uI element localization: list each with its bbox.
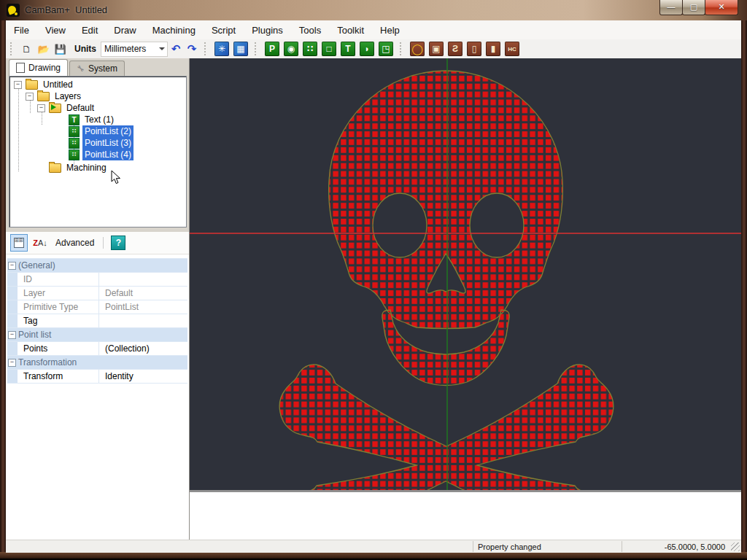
new-file-icon[interactable]: 🗋 — [20, 42, 34, 55]
tree-expander-icon[interactable]: − — [37, 104, 45, 112]
engrave-icon[interactable]: Ƨ — [448, 42, 462, 56]
tree-item-untitled[interactable]: − Untitled — [14, 79, 75, 90]
text-entity-icon: T — [69, 114, 80, 125]
tree-item-pointlist-2[interactable]: ∷ PointList (2) — [69, 125, 133, 137]
drawing-canvas[interactable] — [190, 58, 741, 490]
indent-strip — [7, 342, 18, 355]
tab-drawing[interactable]: Drawing — [9, 59, 68, 76]
separator — [103, 237, 104, 249]
save-file-icon[interactable]: 💾 — [53, 42, 67, 55]
category-label: Point list — [18, 330, 51, 340]
menu-script[interactable]: Script — [204, 22, 244, 39]
menu-draw[interactable]: Draw — [106, 22, 144, 39]
folder-icon — [37, 92, 50, 101]
property-label: ID — [18, 273, 99, 286]
tree-item-pointlist-3[interactable]: ∷ PointList (3) — [69, 137, 133, 149]
collapse-icon[interactable]: − — [8, 359, 16, 367]
property-row-transform[interactable]: Transform Identity — [7, 370, 187, 384]
menu-help[interactable]: Help — [372, 22, 408, 39]
tree-item-machining[interactable]: Machining — [37, 162, 109, 174]
tree-item-label: Layers — [53, 90, 83, 102]
collapse-icon[interactable]: − — [8, 262, 16, 270]
menu-edit[interactable]: Edit — [74, 22, 106, 39]
tree-item-default-layer[interactable]: − Default — [37, 102, 96, 114]
property-label: Primitive Type — [18, 300, 99, 314]
property-category-general[interactable]: − (General) — [7, 259, 187, 273]
indent-strip — [7, 314, 18, 327]
toolbar-grip — [400, 42, 405, 55]
property-value: Default — [99, 287, 133, 300]
alphabetical-sort-icon[interactable]: ZA↓ — [32, 235, 48, 251]
titlebar[interactable]: CamBam+ Untitled — ▢ ✕ — [0, 0, 747, 21]
pointlist-icon[interactable]: ∷ — [303, 42, 317, 56]
snap-points-icon[interactable]: ✳ — [214, 42, 229, 56]
heightmap-icon[interactable]: HC — [505, 42, 519, 56]
property-value[interactable]: Identity — [99, 370, 133, 383]
drill-icon[interactable]: ◯ — [410, 42, 425, 56]
property-value: PointList — [99, 300, 139, 314]
menu-file[interactable]: File — [6, 22, 37, 39]
cambam-window: CamBam+ Untitled — ▢ ✕ File View Edit Dr… — [0, 0, 747, 560]
tab-drawing-label: Drawing — [28, 63, 61, 73]
toolbar-grip — [10, 42, 15, 55]
status-bar: Property changed -65.0000, 5.0000 — [6, 540, 741, 553]
menu-bar: File View Edit Draw Machining Script Plu… — [6, 20, 741, 40]
tree-item-label: Default — [64, 102, 96, 114]
property-value[interactable]: (Collection) — [99, 342, 150, 355]
profile-icon[interactable]: ▯ — [467, 42, 481, 56]
property-row-layer[interactable]: Layer Default — [7, 287, 187, 300]
drawing-tree: − Untitled − Layers − Default T Text (1)… — [9, 76, 187, 228]
toolbar-grip — [255, 42, 260, 55]
menu-machining[interactable]: Machining — [144, 22, 204, 39]
property-category-point-list[interactable]: − Point list — [7, 328, 187, 342]
property-value[interactable] — [99, 314, 105, 327]
close-button[interactable]: ✕ — [705, 0, 738, 15]
property-label: Transform — [18, 370, 99, 383]
circle-icon[interactable]: ◉ — [284, 42, 298, 56]
indent-strip — [7, 300, 18, 314]
collapse-icon[interactable]: − — [8, 331, 16, 339]
tree-item-layers[interactable]: − Layers — [26, 90, 83, 102]
tab-system-label: System — [88, 63, 117, 74]
minimize-icon: — — [667, 2, 676, 11]
menu-view[interactable]: View — [37, 22, 74, 39]
menu-plugins[interactable]: Plugins — [244, 22, 291, 39]
categorized-view-icon[interactable]: ⊞⊞ — [10, 234, 28, 252]
tab-system[interactable]: 🔧︎ System — [69, 61, 125, 76]
tree-item-text-1[interactable]: T Text (1) — [69, 114, 116, 125]
open-file-icon[interactable]: 📂 — [36, 42, 50, 55]
status-message: Property changed — [473, 541, 622, 552]
menu-toolkit[interactable]: Toolkit — [329, 22, 372, 39]
lathe-icon[interactable]: ▮ — [486, 42, 500, 56]
category-label: Transformation — [18, 357, 77, 368]
rectangle-icon[interactable]: □ — [322, 42, 336, 56]
close-icon: ✕ — [718, 2, 724, 12]
tree-item-pointlist-4[interactable]: ∷ PointList (4) — [69, 149, 133, 160]
property-row-tag[interactable]: Tag — [7, 314, 187, 328]
units-combobox[interactable]: Millimeters — [101, 42, 168, 57]
undo-button[interactable]: ↶ — [168, 42, 184, 55]
tree-expander-icon[interactable]: − — [26, 93, 34, 101]
surface-icon[interactable]: ◗ — [360, 42, 374, 56]
redo-button[interactable]: ↷ — [184, 42, 200, 55]
grid-icon[interactable]: ▦ — [233, 42, 248, 56]
tree-expander-icon[interactable]: − — [14, 81, 22, 89]
minimize-button[interactable]: — — [659, 0, 683, 15]
resize-grip[interactable] — [731, 542, 740, 551]
property-label: Layer — [18, 287, 99, 300]
property-row-id[interactable]: ID — [7, 273, 187, 287]
maximize-button[interactable]: ▢ — [682, 0, 705, 15]
pocket-icon[interactable]: ▣ — [429, 42, 444, 56]
help-icon[interactable]: ? — [111, 236, 125, 250]
property-row-primitive-type[interactable]: Primitive Type PointList — [7, 300, 187, 314]
advanced-button[interactable]: Advanced — [55, 238, 94, 248]
property-row-points[interactable]: Points (Collection) — [7, 342, 187, 356]
object3d-icon[interactable]: ◳ — [379, 42, 393, 56]
mouse-cursor — [111, 170, 121, 187]
text-icon[interactable]: T — [341, 42, 355, 56]
property-category-transformation[interactable]: − Transformation — [7, 356, 187, 370]
units-value: Millimeters — [104, 44, 146, 54]
menu-tools[interactable]: Tools — [291, 22, 329, 39]
polyline-icon[interactable]: P — [265, 42, 279, 56]
units-label: Units — [74, 44, 96, 54]
